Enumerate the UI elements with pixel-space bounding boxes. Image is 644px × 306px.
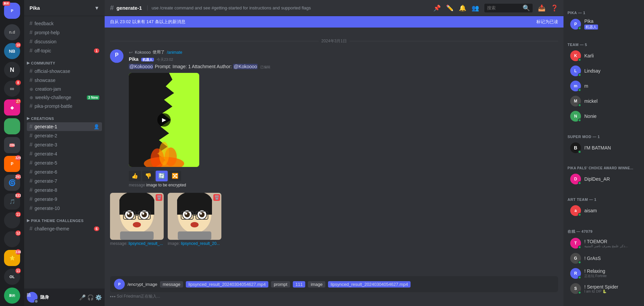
- supermod-section: SUPER MOD — 1 B I'M BATMAN: [564, 127, 644, 158]
- member-avatar-dipldes: D: [570, 174, 581, 184]
- server-icon-l[interactable]: 12: [4, 231, 20, 247]
- member-karli[interactable]: K Karli: [566, 48, 641, 63]
- server-icon-ol[interactable]: OL11: [4, 269, 20, 285]
- new-messages-text: 自从 23:02 以来有 147 条以上的新消息: [110, 19, 185, 25]
- server-name-header[interactable]: Pika ▼: [24, 0, 105, 16]
- channel-item-prompt-help[interactable]: # prompt-help: [27, 28, 102, 37]
- channel-item-weekly-challenge[interactable]: ⊕ weekly-challenge 3 New: [27, 93, 102, 101]
- server-icon-833[interactable]: 🎵833: [4, 193, 20, 210]
- channel-item-pika-prompt-battle[interactable]: # pika-prompt-battle: [27, 102, 102, 111]
- server-icon-new[interactable]: 新的: [4, 288, 20, 304]
- member-lindsay[interactable]: L Lindsay: [566, 63, 641, 78]
- settings-icon[interactable]: ⚙️: [95, 294, 102, 301]
- server-icon-n[interactable]: N: [4, 62, 20, 78]
- channel-item-generate-5[interactable]: # generate-5: [27, 159, 102, 167]
- image-upload-row: 🗑️ message: lipsynced_result_...: [110, 193, 558, 246]
- toemor-name: ! TOEMOR: [584, 239, 628, 244]
- creations-section-header[interactable]: ▶ CREATIONS: [24, 111, 105, 122]
- member-aisam[interactable]: a aisam: [566, 203, 641, 218]
- server-icon-face[interactable]: 11: [4, 212, 20, 228]
- server-icon-nd[interactable]: n.d: [4, 24, 20, 40]
- channel-item-creation-jam[interactable]: ⊕ creation-jam: [27, 85, 102, 93]
- help-icon[interactable]: ❓: [551, 4, 558, 12]
- pika-section: PIKA — 1 P Pika 机器人: [564, 3, 644, 35]
- channel-item-generate-8[interactable]: # generate-8: [27, 186, 102, 194]
- encrypt-bar[interactable]: P /encrypt_image message lipsynced_resul…: [110, 276, 558, 292]
- inbox-icon[interactable]: 📥: [538, 4, 545, 12]
- members-icon[interactable]: 👥: [472, 4, 479, 12]
- community-section-header[interactable]: ▶ COMMUNITY: [24, 55, 105, 67]
- server-icon-286[interactable]: 286: [4, 137, 20, 153]
- author-name: Pika: [129, 56, 139, 62]
- channel-name-prompt-help: prompt-help: [35, 30, 60, 35]
- server-dropdown-icon[interactable]: ▼: [94, 5, 99, 11]
- thumbs-down-button[interactable]: 👎: [142, 171, 154, 181]
- delete-upload-1[interactable]: 🗑️: [156, 194, 162, 201]
- hash-icon: #: [30, 48, 33, 54]
- member-mickel[interactable]: M mickel: [566, 94, 641, 108]
- toemor-info: ! TOEMOR ذكر علمج يصرف ناصر المنبية...: [584, 239, 628, 248]
- pin-icon[interactable]: 📌: [433, 4, 441, 12]
- image-attachment[interactable]: ▶: [129, 73, 199, 167]
- server-icon-291[interactable]: 🌀291: [4, 175, 20, 191]
- hash-icon: #: [30, 30, 33, 36]
- channel-item-challenge-theme[interactable]: # challenge-theme 6: [27, 224, 102, 233]
- theme-section-header[interactable]: ▶ PIKA THEME CHALLENGES: [24, 213, 105, 224]
- channel-item-showcase[interactable]: # showcase: [27, 76, 102, 85]
- channel-item-generate-3[interactable]: # generate-3: [27, 140, 102, 149]
- channel-item-generate-6[interactable]: # generate-6: [27, 168, 102, 176]
- bell-icon[interactable]: 🔔: [459, 4, 466, 12]
- thumbs-up-button[interactable]: 👍: [129, 171, 141, 181]
- member-toemor[interactable]: T ! TOEMOR ذكر علمج يصرف ناصر المنبية...: [566, 236, 641, 251]
- channel-item-generate-1[interactable]: # generate-1 👤: [27, 122, 102, 131]
- member-nonie[interactable]: N Nonie: [566, 109, 641, 124]
- channel-name-off-topic: off-topic: [35, 48, 51, 53]
- message-timestamp: 今天23:02: [157, 57, 173, 62]
- server-icon-star[interactable]: ⭐338: [4, 250, 20, 266]
- mic-icon[interactable]: 🎤: [79, 294, 86, 301]
- search-input[interactable]: [487, 5, 521, 10]
- member-m[interactable]: m m: [566, 79, 641, 93]
- member-dipldes[interactable]: D DiplDes_AR: [566, 172, 641, 186]
- server-icon-diamond[interactable]: ◆27: [4, 99, 20, 116]
- new-messages-banner[interactable]: 自从 23:02 以来有 147 条以上的新消息 标记为已读: [105, 16, 564, 28]
- member-grass[interactable]: G ! GrAsS: [566, 251, 641, 266]
- delete-upload-2[interactable]: 🗑️: [213, 194, 220, 201]
- channel-item-off-topic[interactable]: # off-topic 1: [27, 46, 102, 55]
- channel-item-generate-9[interactable]: # generate-9: [27, 195, 102, 204]
- member-pika[interactable]: P Pika 机器人: [566, 16, 641, 32]
- lindsay-name: Lindsay: [584, 68, 600, 74]
- channel-item-official-showcase[interactable]: # official-showcase: [27, 67, 102, 76]
- pencil-icon[interactable]: ✏️: [446, 4, 453, 12]
- member-relaxing[interactable]: R ! Relaxing 正在玩 Fortnite: [566, 266, 641, 281]
- search-box[interactable]: 🔍: [484, 4, 533, 12]
- server-icon-pika[interactable]: P 新的: [4, 3, 20, 19]
- channel-item-discussion[interactable]: # discussion: [27, 37, 102, 46]
- upload-filename-1[interactable]: lipsynced_result_...: [128, 241, 163, 246]
- shuffle-button[interactable]: 🔀: [169, 171, 181, 181]
- mark-read-button[interactable]: 标记为已读: [536, 19, 558, 25]
- channel-item-generate-4[interactable]: # generate-4: [27, 149, 102, 158]
- server-icon-329[interactable]: P329: [4, 156, 20, 172]
- member-batman[interactable]: B I'M BATMAN: [566, 140, 641, 155]
- serpent-name: ! Serpent Spider: [584, 284, 618, 290]
- member-serpent[interactable]: S ! Serpent Spider I am itz DIP 🐍: [566, 281, 641, 296]
- server-icon-inf[interactable]: ∞8: [4, 81, 20, 97]
- channel-item-generate-10[interactable]: # generate-10: [27, 204, 102, 213]
- date-divider-text: 2024年3月1日: [321, 38, 347, 44]
- refresh-button[interactable]: 🔄: [156, 171, 168, 181]
- typing-text: Sol Friedman正在输入...: [117, 294, 160, 299]
- server-icon-nb[interactable]: NB10: [4, 43, 20, 59]
- channel-item-generate-2[interactable]: # generate-2: [27, 131, 102, 140]
- channel-name-generate-3: generate-3: [35, 142, 57, 147]
- channel-item-feedback[interactable]: # feedback: [27, 19, 102, 28]
- theme-label: PIKA THEME CHALLENGES: [31, 219, 84, 223]
- channel-name-weekly-challenge: weekly-challenge: [35, 95, 71, 100]
- server-icon-circle[interactable]: [4, 118, 20, 134]
- channel-item-generate-7[interactable]: # generate-7: [27, 177, 102, 185]
- headphones-icon[interactable]: 🎧: [87, 294, 94, 301]
- hash-icon: #: [30, 196, 33, 202]
- upload-filename-2[interactable]: lipsynced_result_20...: [181, 241, 220, 246]
- play-button[interactable]: ▶: [157, 113, 171, 127]
- svg-point-18: [133, 222, 141, 227]
